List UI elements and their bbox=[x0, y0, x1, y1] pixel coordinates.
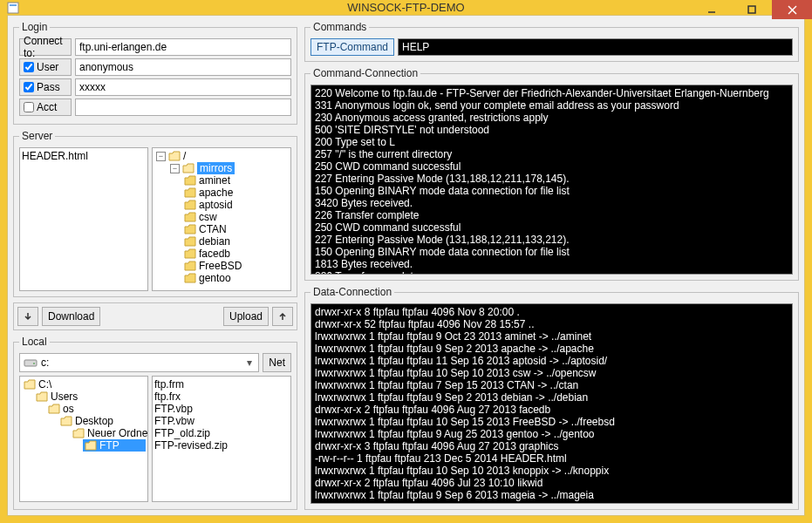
console-line: 150 Opening BINARY mode data connection … bbox=[315, 246, 788, 258]
tree-node-root[interactable]: C:\ bbox=[22, 378, 146, 391]
folder-icon bbox=[182, 163, 194, 173]
acct-checkbox[interactable] bbox=[24, 102, 34, 112]
console-line: 331 Anonymous login ok, send your comple… bbox=[315, 99, 788, 112]
tree-node-mirrors[interactable]: −mirrors bbox=[168, 162, 289, 174]
pass-checkbox[interactable] bbox=[24, 82, 34, 92]
data-connection-legend: Data-Connection bbox=[310, 286, 394, 298]
console-line: 3420 Bytes received. bbox=[315, 197, 788, 209]
file-item[interactable]: FTP.vbp bbox=[154, 403, 289, 415]
collapse-icon[interactable]: − bbox=[156, 152, 166, 161]
commands-legend: Commands bbox=[310, 21, 369, 33]
server-legend: Server bbox=[19, 130, 55, 142]
download-button[interactable]: Download bbox=[42, 307, 100, 326]
chevron-down-icon: ▾ bbox=[242, 357, 256, 369]
console-line: drwxr-xr-x 3 ftpfau ftpfau 4096 Aug 27 2… bbox=[315, 440, 788, 452]
tree-node[interactable]: apache bbox=[182, 187, 289, 199]
console-line: 257 "/" is the current directory bbox=[315, 148, 788, 160]
tree-node[interactable]: aptosid bbox=[182, 199, 289, 211]
console-line: -rw-r--r-- 1 ftpfau ftpfau 213 Dec 5 201… bbox=[315, 452, 788, 465]
connect-to-label: Connect to: bbox=[19, 38, 72, 56]
maximize-button[interactable] bbox=[732, 0, 772, 19]
tree-node-selected[interactable]: FTP bbox=[83, 439, 146, 452]
commands-group: Commands FTP-Command bbox=[304, 21, 799, 62]
folder-icon bbox=[184, 200, 196, 210]
command-connection-group: Command-Connection 220 Welcome to ftp.fa… bbox=[304, 67, 799, 281]
console-line: 250 CWD command successful bbox=[315, 160, 788, 173]
file-item[interactable]: FTP.vbw bbox=[154, 415, 289, 427]
upload-button[interactable]: Upload bbox=[223, 307, 269, 326]
folder-icon bbox=[24, 379, 36, 390]
console-line: lrwxrwxrwx 1 ftpfau ftpfau 7 Sep 15 2013… bbox=[315, 379, 788, 391]
console-line: drwxr-xr-x 2 ftpfau ftpfau 4096 Jul 23 1… bbox=[315, 477, 788, 489]
folder-icon bbox=[184, 273, 196, 283]
server-group: Server HEADER.html −/−mirrorsaminetapach… bbox=[13, 130, 297, 297]
login-legend: Login bbox=[19, 21, 50, 33]
console-line: 226 Transfer complete bbox=[315, 209, 788, 221]
acct-input[interactable] bbox=[75, 98, 291, 116]
console-line: 226 Transfer complete bbox=[315, 270, 788, 275]
drive-select[interactable]: c: ▾ bbox=[19, 353, 259, 372]
folder-icon bbox=[168, 151, 181, 161]
file-item[interactable]: ftp.frx bbox=[154, 391, 289, 403]
folder-icon bbox=[48, 404, 60, 414]
minimize-button[interactable] bbox=[692, 0, 732, 19]
tree-node-root[interactable]: −/ bbox=[154, 150, 289, 162]
svg-rect-0 bbox=[8, 3, 18, 13]
tree-node[interactable]: gentoo bbox=[182, 272, 289, 284]
tree-node[interactable]: FreeBSD bbox=[182, 260, 289, 272]
tree-node[interactable]: debian bbox=[182, 235, 289, 248]
local-dir-tree[interactable]: C:\UsersosDesktopNeuer Ordner (7)FTP bbox=[19, 376, 148, 502]
console-line: 227 Entering Passive Mode (131,188,12,21… bbox=[315, 234, 788, 246]
net-button[interactable]: Net bbox=[263, 353, 291, 372]
console-line: 150 Opening BINARY mode data connection … bbox=[315, 185, 788, 197]
file-item[interactable]: ftp.frm bbox=[154, 378, 289, 391]
server-file-item[interactable]: HEADER.html bbox=[22, 150, 146, 162]
window-title: WINSOCK-FTP-DEMO bbox=[0, 1, 812, 14]
console-line: 200 Type set to L bbox=[315, 136, 788, 148]
ftp-command-button[interactable]: FTP-Command bbox=[310, 38, 394, 56]
command-connection-legend: Command-Connection bbox=[310, 67, 420, 79]
console-line: 227 Entering Passive Mode (131,188,12,21… bbox=[315, 173, 788, 185]
console-line: lrwxrwxrwx 1 ftpfau ftpfau 9 Oct 23 2013… bbox=[315, 330, 788, 343]
folder-icon bbox=[36, 391, 48, 402]
svg-rect-6 bbox=[24, 360, 37, 366]
local-file-list[interactable]: ftp.frmftp.frxFTP.vbpFTP.vbwFTP_old.zipF… bbox=[152, 376, 291, 502]
tree-node[interactable]: os bbox=[46, 403, 146, 415]
tree-node[interactable]: Desktop bbox=[58, 415, 146, 427]
user-input[interactable] bbox=[75, 58, 291, 76]
download-icon-button[interactable] bbox=[17, 307, 38, 326]
tree-node[interactable]: Neuer Ordner (7) bbox=[71, 427, 146, 439]
titlebar[interactable]: WINSOCK-FTP-DEMO bbox=[0, 0, 812, 15]
connect-to-input[interactable] bbox=[75, 38, 291, 56]
acct-label[interactable]: Acct bbox=[19, 98, 72, 116]
file-item[interactable]: FTP-revised.zip bbox=[154, 439, 289, 452]
collapse-icon[interactable]: − bbox=[170, 164, 180, 173]
tree-node[interactable]: aminet bbox=[182, 174, 289, 187]
tree-node[interactable]: CTAN bbox=[182, 223, 289, 235]
console-line: lrwxrwxrwx 1 ftpfau ftpfau 10 Sep 10 201… bbox=[315, 367, 788, 379]
console-line: 500 'SITE DIRSTYLE' not understood bbox=[315, 124, 788, 136]
console-line: lrwxrwxrwx 1 ftpfau ftpfau 10 Sep 10 201… bbox=[315, 465, 788, 477]
console-line: lrwxrwxrwx 1 ftpfau ftpfau 9 Aug 25 2013… bbox=[315, 428, 788, 440]
folder-icon bbox=[184, 175, 196, 186]
ftp-command-input[interactable] bbox=[398, 38, 793, 56]
tree-node[interactable]: facedb bbox=[182, 248, 289, 260]
tree-node[interactable]: csw bbox=[182, 211, 289, 223]
command-connection-console[interactable]: 220 Welcome to ftp.fau.de - FTP-Server d… bbox=[310, 85, 793, 275]
folder-icon bbox=[72, 428, 85, 438]
client-area: Login Connect to: User Pass bbox=[7, 15, 805, 516]
upload-icon-button[interactable] bbox=[272, 307, 293, 326]
data-connection-console[interactable]: drwxr-xr-x 8 ftpfau ftpfau 4096 Nov 8 20… bbox=[310, 303, 793, 504]
pass-label[interactable]: Pass bbox=[19, 78, 72, 96]
close-button[interactable] bbox=[772, 0, 812, 19]
server-dir-tree[interactable]: −/−mirrorsaminetapacheaptosidcswCTANdebi… bbox=[152, 147, 291, 291]
file-item[interactable]: FTP_old.zip bbox=[154, 427, 289, 439]
svg-point-7 bbox=[33, 363, 35, 364]
server-file-list[interactable]: HEADER.html bbox=[19, 147, 148, 291]
user-label[interactable]: User bbox=[19, 58, 72, 76]
user-checkbox[interactable] bbox=[24, 62, 34, 72]
console-line: 250 CWD command successful bbox=[315, 221, 788, 234]
pass-input[interactable] bbox=[75, 78, 291, 96]
tree-node[interactable]: Users bbox=[34, 391, 146, 403]
app-icon bbox=[0, 1, 26, 15]
